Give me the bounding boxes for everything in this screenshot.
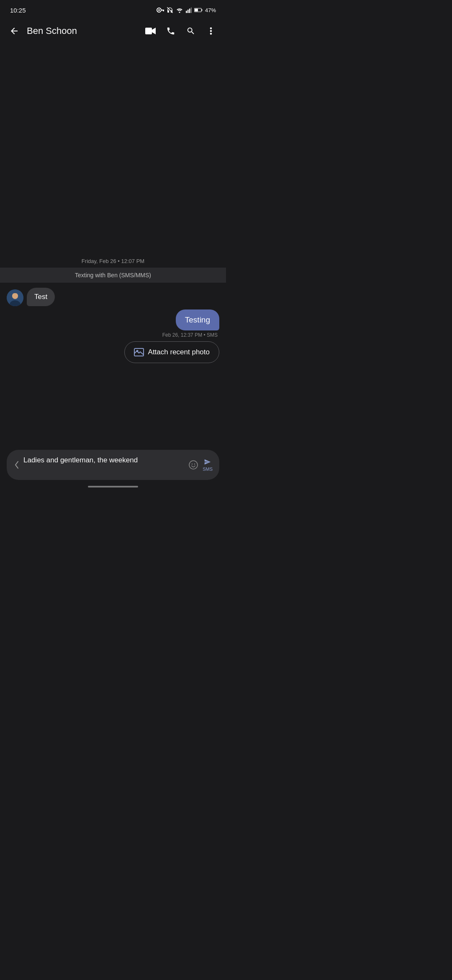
contact-name: Ben Schoon xyxy=(27,26,137,36)
svg-point-23 xyxy=(192,464,193,464)
empty-message-space xyxy=(0,44,226,253)
phone-button[interactable] xyxy=(162,23,179,39)
battery-icon xyxy=(194,8,203,13)
more-options-button[interactable] xyxy=(203,23,219,39)
video-call-button[interactable] xyxy=(142,23,159,39)
status-bar: 10:25 xyxy=(0,0,226,18)
svg-point-15 xyxy=(210,30,212,32)
svg-rect-12 xyxy=(202,9,202,11)
battery-percent: 47% xyxy=(205,7,216,13)
svg-rect-7 xyxy=(187,10,189,13)
messages-container: Test Testing Feb 26, 12:37 PM • SMS Atta… xyxy=(0,283,226,368)
status-icons: 47% xyxy=(157,7,216,13)
svg-rect-3 xyxy=(163,10,164,11)
compose-expand-button[interactable] xyxy=(15,461,19,469)
wifi-icon xyxy=(176,7,183,13)
status-time: 10:25 xyxy=(10,7,26,14)
attach-photo-text: Attach recent photo xyxy=(148,348,210,356)
signal-icon xyxy=(186,7,192,13)
received-bubble-text: Test xyxy=(34,293,47,301)
svg-point-5 xyxy=(179,12,180,13)
svg-point-24 xyxy=(194,464,195,464)
svg-rect-2 xyxy=(161,10,164,10)
svg-rect-13 xyxy=(145,28,152,34)
sent-message-row: Testing Feb 26, 12:37 PM • SMS Attach re… xyxy=(7,309,219,363)
home-indicator xyxy=(88,486,138,487)
svg-point-1 xyxy=(158,9,160,11)
app-bar: Ben Schoon xyxy=(0,18,226,44)
avatar xyxy=(7,289,23,306)
attach-recent-photo-button[interactable]: Attach recent photo xyxy=(124,341,219,363)
message-timestamp: Friday, Feb 26 • 12:07 PM xyxy=(0,253,226,268)
search-button[interactable] xyxy=(182,23,199,39)
svg-rect-8 xyxy=(189,9,190,13)
app-bar-actions xyxy=(142,23,219,39)
texting-info-bar: Texting with Ben (SMS/MMS) xyxy=(0,268,226,283)
emoji-button[interactable] xyxy=(188,460,198,470)
compose-input[interactable] xyxy=(23,456,184,474)
avatar-silhouette xyxy=(7,289,23,306)
sent-meta: Feb 26, 12:37 PM • SMS xyxy=(162,332,219,338)
mute-icon xyxy=(167,7,173,13)
image-icon xyxy=(134,348,144,357)
svg-rect-6 xyxy=(186,11,187,13)
svg-point-14 xyxy=(210,27,212,29)
svg-point-16 xyxy=(210,33,212,35)
received-bubble: Test xyxy=(27,288,55,306)
send-button[interactable]: SMS xyxy=(203,458,213,472)
key-icon xyxy=(157,7,164,13)
sent-bubble-text: Testing xyxy=(185,315,210,324)
send-icon xyxy=(203,458,212,466)
svg-rect-11 xyxy=(195,9,198,11)
svg-point-22 xyxy=(189,461,198,469)
back-button[interactable] xyxy=(7,23,22,39)
svg-rect-9 xyxy=(191,8,192,13)
received-message-row: Test xyxy=(7,288,219,306)
sent-bubble: Testing xyxy=(176,309,219,330)
send-label: SMS xyxy=(203,467,213,472)
compose-bar: SMS xyxy=(7,450,219,480)
